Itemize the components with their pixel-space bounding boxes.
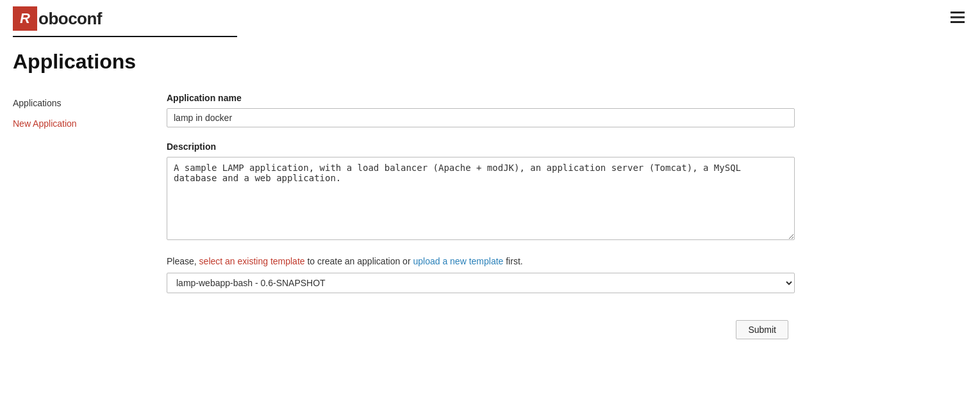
svg-rect-0 [951, 12, 965, 13]
template-note: Please, select an existing template to c… [167, 256, 961, 266]
submit-button[interactable]: Submit [736, 320, 788, 339]
sidebar-item-applications[interactable]: Applications [13, 95, 160, 111]
logo-icon: R [13, 6, 37, 31]
description-group: Description A sample LAMP application, w… [167, 141, 961, 242]
logo-text: oboconf [38, 9, 102, 29]
template-note-prefix: Please, [167, 256, 199, 266]
template-note-suffix: first. [503, 256, 522, 266]
select-template-link[interactable]: select an existing template [199, 256, 305, 266]
submit-area: Submit [0, 307, 801, 352]
upload-template-link[interactable]: upload a new template [413, 256, 503, 266]
header: R oboconf [0, 0, 980, 36]
description-textarea[interactable]: A sample LAMP application, with a load b… [167, 157, 795, 240]
description-label: Description [167, 141, 961, 152]
sidebar-item-new-application[interactable]: New Application [13, 116, 160, 131]
app-name-input[interactable] [167, 108, 795, 127]
content-area: Application name Description A sample LA… [160, 93, 967, 307]
svg-rect-2 [951, 21, 965, 23]
app-name-group: Application name [167, 93, 961, 127]
template-group: Please, select an existing template to c… [167, 256, 961, 293]
app-name-label: Application name [167, 93, 961, 103]
template-select[interactable]: lamp-webapp-bash - 0.6-SNAPSHOT [167, 273, 795, 293]
logo: R oboconf [13, 6, 102, 31]
main-layout: Applications New Application Application… [0, 93, 980, 307]
template-note-middle: to create an application or [305, 256, 413, 266]
menu-icon[interactable] [951, 12, 965, 25]
sidebar: Applications New Application [13, 93, 160, 307]
page-title: Applications [0, 37, 980, 93]
svg-rect-1 [951, 17, 965, 19]
